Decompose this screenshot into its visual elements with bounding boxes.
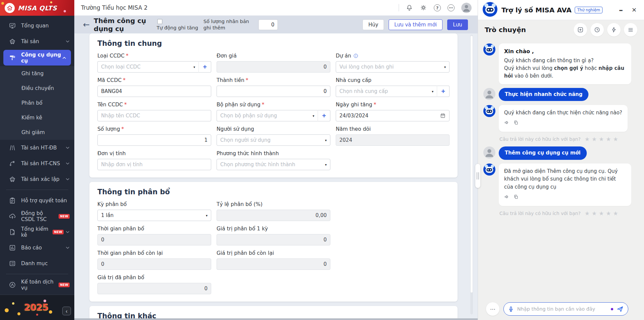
menu-button[interactable] xyxy=(624,23,637,36)
notification-bell-icon[interactable] xyxy=(406,4,413,11)
sidebar-item-tong-kiem-ke[interactable]: Tổng kiểm kê NEW xyxy=(0,224,74,240)
sidebar-subitem-ghi-tang[interactable]: Ghi tăng xyxy=(0,66,74,81)
star-icon[interactable]: ★ xyxy=(592,136,597,142)
sidebar-item-bao-cao[interactable]: Báo cáo xyxy=(0,240,74,255)
sidebar-subitem-label: Ghi giảm xyxy=(21,129,45,135)
star-icon[interactable]: ★ xyxy=(585,136,590,142)
cancel-button[interactable]: Hủy xyxy=(363,19,384,30)
star-icon[interactable]: ★ xyxy=(585,210,590,217)
new-chat-button[interactable] xyxy=(574,23,587,36)
so-luong-input[interactable] xyxy=(97,134,211,146)
ky-phan-bo-select[interactable]: 1 lần▾ xyxy=(97,210,211,221)
star-icon[interactable]: ★ xyxy=(613,210,618,217)
sidebar-item-tai-san-ht-db[interactable]: Tài sản HT-ĐB xyxy=(0,140,74,155)
sidebar-item-cong-cu-dung-cu[interactable]: Công cụ dụng cụ xyxy=(3,50,71,66)
loai-ccdc-select[interactable]: Chọn loại CCDC▾ xyxy=(97,61,198,73)
field-label: Tên CCDC xyxy=(97,102,123,108)
star-icon[interactable]: ★ xyxy=(592,210,597,217)
duplicate-count-group: Số lượng nhân bản ghi thêm xyxy=(204,18,278,30)
sidebar-item-danh-muc[interactable]: Danh mục xyxy=(0,255,74,271)
chevron-down-icon xyxy=(66,177,70,181)
read-aloud-icon[interactable] xyxy=(504,120,510,128)
back-arrow-icon[interactable]: ← xyxy=(83,21,90,29)
star-icon[interactable]: ★ xyxy=(599,136,604,142)
sidebar-item-tong-quan[interactable]: Tổng quan xyxy=(0,18,74,33)
bo-phan-su-dung-select[interactable]: Chọn bộ phận sử dụng▾ xyxy=(217,110,318,121)
nha-cung-cap-select[interactable]: Chọn nhà cung cấp▾ xyxy=(336,86,437,97)
field-label: Giá trị đã phân bổ xyxy=(97,275,144,281)
sidebar-subitem-phan-bo[interactable]: Phân bổ xyxy=(0,96,74,110)
copy-icon[interactable] xyxy=(513,120,519,128)
user-avatar xyxy=(483,146,495,160)
sidebar-item-dong-bo-csdl[interactable]: Đồng bộ CSDL TSC NEW xyxy=(0,208,74,224)
calendar-icon[interactable] xyxy=(440,113,446,119)
sidebar-subitem-label: Ghi tăng xyxy=(21,71,44,77)
sidebar-item-tai-san-xac-lap[interactable]: Tài sản xác lập xyxy=(0,171,74,187)
star-icon[interactable]: ★ xyxy=(599,210,604,217)
chevron-down-icon: ▾ xyxy=(322,163,327,167)
auto-increase-checkbox[interactable] xyxy=(157,19,162,24)
sidebar-collapse-button[interactable]: ‹ xyxy=(62,307,71,315)
field-label: Ngày ghi tăng xyxy=(336,102,372,108)
quick-actions-button[interactable] xyxy=(607,23,621,36)
read-aloud-icon[interactable] xyxy=(504,194,510,202)
settings-gear-icon[interactable] xyxy=(420,4,427,11)
du-an-select[interactable]: Vui lòng chọn bản ghi▾ xyxy=(336,61,450,73)
thanh-tien-input[interactable] xyxy=(217,86,330,97)
star-icon[interactable]: ★ xyxy=(606,210,611,217)
message-bubble: Quý khách đang cần thực hiện chức năng n… xyxy=(499,105,628,132)
send-icon[interactable] xyxy=(616,305,624,313)
confetti-decoration xyxy=(44,300,46,302)
sidebar-subitem-kiem-ke[interactable]: Kiểm kê xyxy=(0,110,74,125)
ngay-ghi-tang-input[interactable]: 24/03/2024 xyxy=(336,110,450,121)
sidebar-item-label: Báo cáo xyxy=(21,245,42,251)
user-avatar[interactable] xyxy=(461,3,472,13)
sidebar-subitem-ghi-giam[interactable]: Ghi giảm xyxy=(0,125,74,140)
message-bubble: Đã mở giao diện Thêm công cụ dụng cụ. Qu… xyxy=(499,164,631,206)
field-label: Nhà cung cấp xyxy=(336,77,372,83)
add-nha-cung-cap-button[interactable]: + xyxy=(437,86,450,97)
ten-ccdc-input[interactable] xyxy=(97,110,211,121)
top-bar: Trường Tiểu học MISA 2 ? ⋯ xyxy=(74,0,478,16)
main-scrollbar-thumb[interactable] xyxy=(470,35,473,293)
phuong-thuc-select[interactable]: Chọn phương thức hình thành▾ xyxy=(217,159,330,170)
main-scrollbar-track[interactable] xyxy=(470,35,473,314)
ma-ccdc-input[interactable] xyxy=(97,86,211,97)
sidebar-item-ke-toan-dich-vu[interactable]: Kế toán dịch vụ NEW xyxy=(0,277,74,293)
duplicate-count-label: Số lượng nhân bản ghi thêm xyxy=(204,18,254,30)
gia-tri-da-phan-bo-input xyxy=(97,283,211,294)
microphone-icon[interactable] xyxy=(508,306,514,312)
star-icon[interactable]: ★ xyxy=(613,136,618,142)
field-label: Dự án xyxy=(336,53,351,59)
sidebar-item-tai-san[interactable]: Tài sản xyxy=(0,33,74,49)
sidebar-item-label: Tổng kiểm kê xyxy=(21,226,50,238)
star-icon[interactable]: ★ xyxy=(606,136,611,142)
duplicate-count-input[interactable] xyxy=(258,19,278,30)
don-vi-tinh-input[interactable] xyxy=(97,159,211,170)
help-icon[interactable]: ? xyxy=(434,4,441,11)
sidebar-item-label: Tài sản xác lập xyxy=(21,176,59,182)
chevron-down-icon xyxy=(66,146,70,150)
chat-more-button[interactable]: ⋯ xyxy=(486,302,499,316)
save-button[interactable]: Lưu xyxy=(447,19,468,30)
save-and-new-button[interactable]: Lưu và thêm mới xyxy=(389,19,442,30)
minimize-icon[interactable]: – xyxy=(619,6,623,14)
user-avatar xyxy=(483,88,495,101)
chat-message-input[interactable] xyxy=(517,306,608,312)
clipboard-check-icon xyxy=(9,197,16,204)
more-options-icon[interactable]: ⋯ xyxy=(448,4,455,11)
horizontal-scrollbar[interactable] xyxy=(74,318,478,320)
add-loai-ccdc-button[interactable]: + xyxy=(198,61,211,73)
copy-icon[interactable] xyxy=(513,194,519,202)
info-icon[interactable] xyxy=(353,53,358,59)
close-icon[interactable]: ✕ xyxy=(632,7,637,13)
nguoi-su-dung-select[interactable]: Chọn người sử dụng▾ xyxy=(217,134,330,146)
panel-resize-handle[interactable] xyxy=(475,164,480,188)
sidebar-item-tai-san-ht-cns[interactable]: Tài sản HT-CNS xyxy=(0,155,74,171)
add-bo-phan-button[interactable]: + xyxy=(318,110,330,121)
assistant-panel: Trợ lý số MISA AVA Thử nghiệm – ✕ Trò ch… xyxy=(478,0,644,320)
history-button[interactable] xyxy=(590,23,604,36)
sidebar-item-ho-tro-quyet-toan[interactable]: Hỗ trợ quyết toán xyxy=(0,193,74,208)
sidebar-subitem-dieu-chuyen[interactable]: Điều chuyển xyxy=(0,81,74,96)
user-bubble: Thực hiện nhanh chức năng xyxy=(499,88,588,101)
